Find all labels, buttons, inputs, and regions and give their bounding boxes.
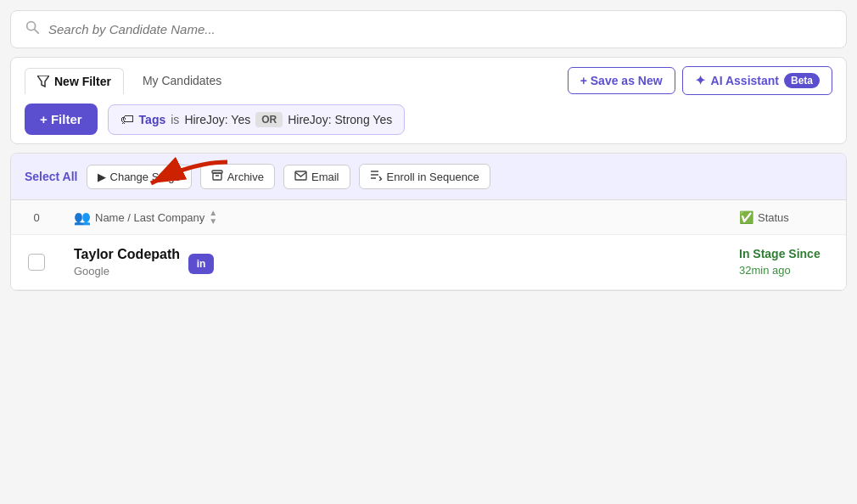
archive-button[interactable]: Archive — [200, 164, 275, 189]
archive-icon — [211, 170, 223, 183]
linkedin-badge[interactable]: in — [188, 254, 214, 274]
svg-rect-5 — [213, 173, 221, 180]
candidate-name: Taylor Codepath — [74, 247, 180, 262]
email-button[interactable]: Email — [283, 165, 350, 189]
stage-icon: ▶ — [98, 171, 106, 183]
filter-tabs: New Filter My Candidates + Save as New ✦… — [25, 66, 832, 95]
status-time: 32min ago — [739, 264, 821, 277]
enroll-icon — [370, 170, 383, 183]
table-toolbar: Select All ▶ Change Stage — [11, 154, 846, 200]
candidate-company: Google — [74, 265, 180, 277]
filter-row: + Filter 🏷 Tags is HireJoy: Yes OR HireJ… — [25, 104, 832, 135]
td-candidate: Taylor Codepath Google in — [62, 235, 727, 289]
search-icon — [25, 20, 40, 39]
candidate-row-data: Taylor Codepath Google in — [74, 247, 214, 277]
filter-tag-pill: 🏷 Tags is HireJoy: Yes OR HireJoy: Stron… — [108, 104, 406, 135]
table-row: Taylor Codepath Google in In Stage Since… — [11, 235, 846, 290]
td-status: In Stage Since 32min ago — [727, 235, 846, 289]
search-bar — [10, 10, 847, 48]
tab-new-filter[interactable]: New Filter — [25, 68, 124, 94]
beta-badge: Beta — [784, 73, 820, 88]
filter-button[interactable]: + Filter — [25, 104, 98, 135]
svg-marker-2 — [37, 76, 49, 87]
enroll-button[interactable]: Enroll in Sequence — [359, 164, 490, 189]
sort-icon[interactable]: ▲▼ — [209, 209, 217, 226]
filter-bar: New Filter My Candidates + Save as New ✦… — [10, 57, 847, 144]
status-cell: In Stage Since 32min ago — [739, 247, 821, 277]
th-status: ✅ Status — [727, 200, 846, 234]
ai-assistant-button[interactable]: ✦ AI Assistant Beta — [682, 66, 832, 95]
status-label: In Stage Since — [739, 247, 821, 260]
search-input[interactable] — [48, 22, 832, 36]
or-badge: OR — [255, 112, 283, 127]
th-count: 0 — [11, 200, 62, 234]
table-header: 0 👥 Name / Last Company ▲▼ ✅ Status — [11, 200, 846, 235]
table-section: Select All ▶ Change Stage — [10, 153, 847, 291]
row-checkbox[interactable] — [28, 254, 45, 271]
candidates-icon: 👥 — [74, 210, 91, 226]
change-stage-button[interactable]: ▶ Change Stage — [87, 165, 192, 189]
svg-rect-7 — [295, 171, 306, 180]
candidate-info: Taylor Codepath Google — [74, 247, 180, 277]
td-checkbox[interactable] — [11, 235, 62, 289]
tag-icon: 🏷 — [120, 112, 134, 127]
save-as-new-button[interactable]: + Save as New — [568, 67, 675, 94]
email-icon — [294, 171, 307, 183]
sparkle-icon: ✦ — [695, 73, 706, 88]
status-icon: ✅ — [739, 210, 753, 224]
select-all-button[interactable]: Select All — [25, 170, 78, 183]
tab-my-candidates[interactable]: My Candidates — [131, 68, 233, 93]
th-name: 👥 Name / Last Company ▲▼ — [62, 200, 727, 234]
svg-line-1 — [35, 30, 39, 34]
